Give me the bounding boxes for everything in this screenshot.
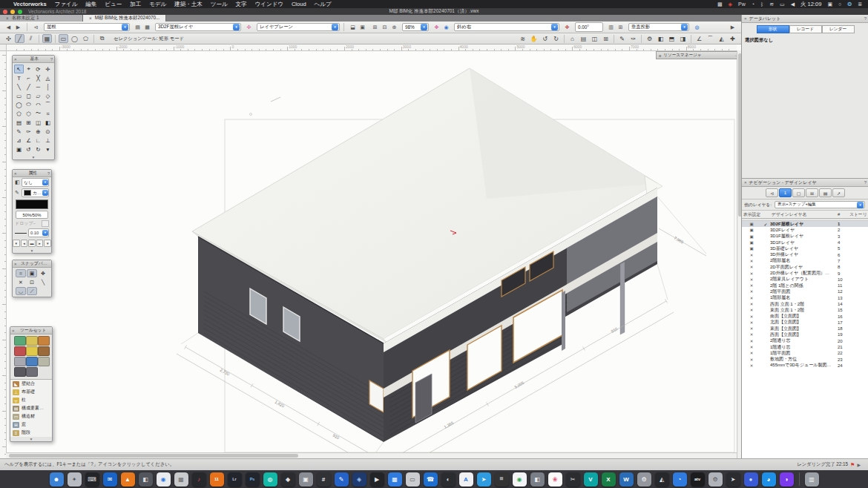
tool-button[interactable]: ⌒: [43, 100, 53, 109]
layer-visible-icon[interactable]: ▣: [742, 240, 761, 245]
tool-button[interactable]: ◧: [43, 118, 53, 127]
flag-icon[interactable]: ⚑: [850, 462, 855, 468]
dock-icon-apple-tv[interactable]: atv: [691, 472, 705, 487]
dock-icon-terminal[interactable]: ⌗: [495, 472, 509, 487]
menu-item[interactable]: 建築・土木: [174, 1, 203, 7]
menu-item[interactable]: ウインドウ: [255, 1, 283, 7]
play-icon[interactable]: ▶: [857, 462, 861, 467]
mode-icon-button[interactable]: ⫽: [26, 34, 36, 43]
dock-icon-mail[interactable]: ✉: [103, 472, 117, 487]
dock-icon-teal-app[interactable]: ◍: [263, 472, 277, 487]
layer-plane-select[interactable]: レイヤプレーン▾: [257, 23, 340, 31]
mode-icon-button[interactable]: ▭: [59, 34, 68, 43]
snap-toggle-button[interactable]: ✕: [16, 278, 26, 286]
tool-button[interactable]: ⬭: [24, 100, 33, 109]
dock-icon-lightroom[interactable]: Lr: [228, 472, 242, 487]
dock-icon-blue-circle-app[interactable]: ◕: [762, 472, 776, 487]
toolset-item[interactable]: ▭構造材: [10, 412, 52, 421]
navigation-mode-button[interactable]: ⊲: [766, 188, 778, 197]
help-icon[interactable]: ?: [864, 180, 867, 185]
dock-icon-vlc[interactable]: ▲: [121, 472, 135, 487]
toolbar-icon-button[interactable]: ▶: [14, 23, 22, 31]
pen-style-select[interactable]: カ…▾: [22, 188, 49, 197]
dock-icon-clock-app[interactable]: ◔: [673, 472, 687, 487]
layer-visible-icon[interactable]: ▣: [742, 234, 761, 239]
tool-button[interactable]: ↺: [24, 145, 33, 154]
menu-status-icon[interactable]: ≣: [858, 1, 862, 7]
palette-collapse[interactable]: ▼: [13, 155, 54, 159]
menu-status-icon[interactable]: ❂: [847, 1, 852, 7]
zoom-level-select[interactable]: 98%▾: [402, 23, 429, 31]
tool-button[interactable]: ▤: [14, 118, 24, 127]
line-marker-button[interactable]: ▾: [13, 240, 20, 247]
dock-icon-cut-app[interactable]: ✂: [566, 472, 580, 487]
layer-hidden-icon[interactable]: ✕: [742, 296, 761, 300]
toolbar-icon-button[interactable]: ▦: [143, 23, 151, 31]
toolset-item[interactable]: ▤構成要素…: [10, 404, 52, 412]
dock-icon-grey-app[interactable]: ▣: [299, 472, 313, 487]
dock-icon-navy-app[interactable]: ◈: [352, 472, 366, 487]
scrollbar-thumb[interactable]: [9, 454, 298, 458]
tool-button[interactable]: ∟: [33, 136, 43, 145]
menu-item[interactable]: ヘルプ: [315, 1, 332, 7]
tool-button[interactable]: ◇: [43, 91, 53, 100]
tool-button[interactable]: ✑: [24, 127, 33, 136]
dock-icon-safari[interactable]: ◉: [157, 472, 171, 487]
help-icon[interactable]: ?: [47, 171, 50, 176]
toolset-item[interactable]: ⊥布基礎: [10, 388, 52, 396]
data-palette-tab[interactable]: 形状: [757, 25, 789, 33]
toolbar-icon-button[interactable]: ⊟: [381, 23, 389, 31]
dock-icon-utility[interactable]: ◧: [139, 472, 153, 487]
close-icon[interactable]: ×: [744, 16, 747, 21]
menu-status-icon[interactable]: ▭: [780, 1, 785, 7]
menu-status-icon[interactable]: ◀: [791, 1, 795, 7]
fill-color-swatch[interactable]: [16, 200, 48, 209]
menu-status-icon[interactable]: ≋: [769, 1, 774, 7]
layer-hidden-icon[interactable]: ✕: [742, 265, 761, 269]
dock-icon-photos[interactable]: ❀: [548, 472, 562, 487]
tool-button[interactable]: ╲: [14, 82, 24, 91]
line-marker-button[interactable]: ◂: [21, 240, 28, 247]
mode-icon-button[interactable]: ◭: [717, 34, 726, 43]
toolset-category-button[interactable]: [26, 367, 38, 377]
tool-button[interactable]: ╳: [33, 73, 43, 82]
tool-button[interactable]: ✎: [14, 127, 24, 136]
dock-icon-dark-app-4[interactable]: ➤: [726, 472, 740, 487]
palette-collapse[interactable]: ▼: [13, 248, 51, 253]
resource-manager-strip[interactable]: ≡ リソースマネージャ ◦◦: [656, 51, 740, 59]
mode-icon-button[interactable]: ╱: [15, 34, 24, 43]
tool-button[interactable]: ⊕: [33, 127, 43, 136]
toolbar-icon-button[interactable]: ⊲: [32, 23, 40, 31]
layer-hidden-icon[interactable]: ✕: [742, 320, 761, 325]
palette-collapse[interactable]: ▼: [10, 437, 52, 441]
layer-hidden-icon[interactable]: ✕: [742, 302, 761, 306]
toolset-category-button[interactable]: [14, 346, 26, 356]
layer-hidden-icon[interactable]: ✕: [742, 289, 761, 294]
mode-icon-button[interactable]: ⧉: [97, 34, 107, 43]
dock-icon-app-store[interactable]: A: [459, 472, 473, 487]
toolbar-icon-button[interactable]: ⊕: [390, 23, 398, 31]
tool-button[interactable]: ✛: [43, 65, 53, 73]
mode-icon-button[interactable]: ⌂: [568, 34, 577, 43]
tool-button[interactable]: ⊞: [24, 118, 33, 127]
menu-item[interactable]: ビュー: [105, 1, 122, 7]
mode-icon-button[interactable]: ↺: [540, 34, 550, 43]
dock-icon-player[interactable]: ▶: [370, 472, 384, 487]
menu-status-icon[interactable]: ▣: [827, 1, 832, 7]
toolbar-icon-button[interactable]: ▥: [607, 23, 615, 31]
tool-button[interactable]: ⊥: [43, 136, 53, 145]
toolset-category-button[interactable]: [38, 357, 50, 366]
toolset-category-button[interactable]: [14, 357, 26, 366]
tool-button[interactable]: ≈: [43, 109, 53, 118]
palette-header[interactable]: × 属性 ?: [13, 170, 51, 177]
tool-button[interactable]: ╱: [24, 82, 33, 91]
toolset-category-button[interactable]: [26, 336, 38, 346]
menu-status-icon[interactable]: ○: [838, 1, 841, 7]
dock-icon-excel[interactable]: X: [602, 472, 616, 487]
menu-item[interactable]: 編集: [85, 1, 96, 7]
mode-icon-button[interactable]: ◨: [678, 34, 688, 43]
tool-button[interactable]: ◬: [43, 73, 53, 82]
layer-hidden-icon[interactable]: ✕: [742, 259, 761, 263]
menu-item[interactable]: ツール: [211, 1, 228, 7]
dock-icon-eleven[interactable]: 11: [210, 472, 224, 487]
